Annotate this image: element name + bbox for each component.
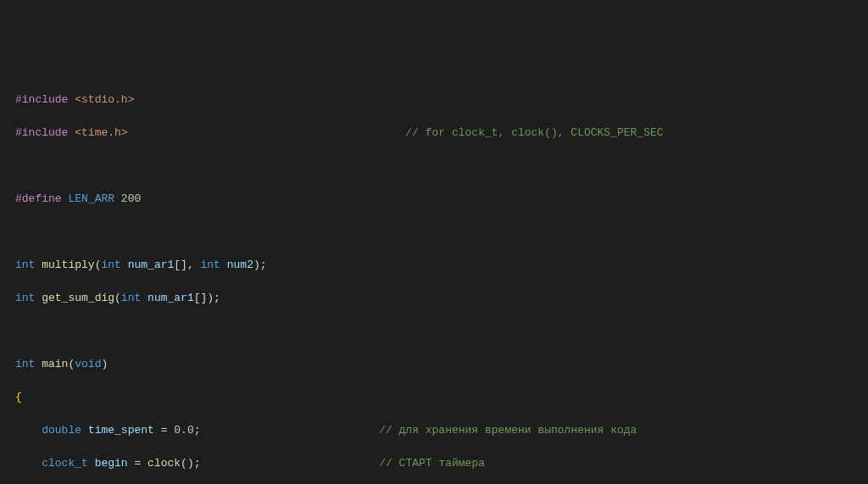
code-line: int multiply(int num_ar1[], int num2);	[15, 257, 853, 274]
code-editor[interactable]: #include <stdio.h> #include <time.h> // …	[15, 75, 853, 484]
code-line: #include <time.h> // for clock_t, clock(…	[15, 125, 853, 142]
code-line	[15, 158, 853, 175]
code-line: #define LEN_ARR 200	[15, 191, 853, 208]
code-line: {	[15, 389, 853, 406]
code-line: int main(void)	[15, 356, 853, 373]
code-line: int get_sum_dig(int num_ar1[]);	[15, 290, 853, 307]
code-line: clock_t begin = clock(); // СТАРТ таймер…	[15, 455, 853, 472]
code-line: #include <stdio.h>	[15, 92, 853, 108]
code-line	[15, 323, 853, 340]
code-line: double time_spent = 0.0; // для хранения…	[15, 422, 853, 439]
code-line	[15, 224, 853, 241]
